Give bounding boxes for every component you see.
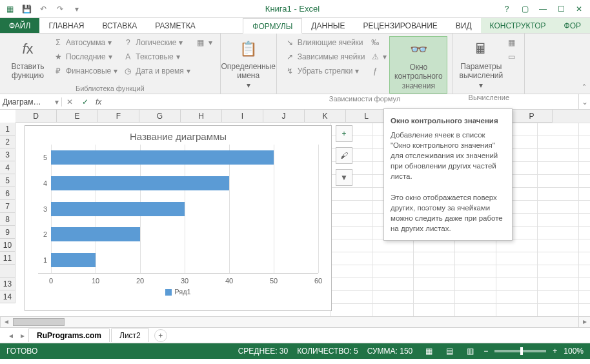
col-header[interactable]: P bbox=[511, 110, 553, 123]
remove-arrows-button[interactable]: ↯Убрать стрелки ▾ bbox=[282, 65, 368, 77]
save-icon[interactable]: 💾 bbox=[19, 2, 34, 16]
group-label: Зависимости формул bbox=[282, 94, 448, 104]
trace-dependents-button[interactable]: ↗Зависимые ячейки bbox=[282, 50, 368, 63]
qat-dropdown-icon[interactable]: ▾ bbox=[70, 2, 84, 16]
row-header[interactable]: 8 bbox=[0, 213, 15, 226]
row-header[interactable]: 9 bbox=[0, 226, 15, 239]
text-button[interactable]: AТекстовые ▾ bbox=[120, 50, 192, 63]
calc-now-button[interactable]: ▦ bbox=[504, 36, 519, 49]
horizontal-scrollbar[interactable]: ◂ ▸ bbox=[0, 316, 590, 328]
row-header[interactable]: 2 bbox=[0, 136, 15, 148]
tab-pagelayout[interactable]: РАЗМЕТКА СТРАНИЦЫ bbox=[146, 18, 243, 33]
chart-elements-button[interactable]: + bbox=[336, 125, 352, 142]
chart-bar[interactable] bbox=[51, 176, 229, 190]
row-header[interactable]: 3 bbox=[0, 148, 15, 161]
sheet-tabs: ◂ ▸ RuPrograms.com Лист2 + bbox=[0, 328, 590, 343]
logical-button[interactable]: ?Логические ▾ bbox=[120, 36, 192, 49]
tab-data[interactable]: ДАННЫЕ bbox=[302, 18, 354, 33]
row-header[interactable]: 4 bbox=[0, 161, 15, 174]
ribbon-options-icon[interactable]: ▢ bbox=[516, 2, 533, 16]
autosum-button[interactable]: ΣАвтосумма ▾ bbox=[50, 36, 120, 49]
calc-sheet-button[interactable]: ▭ bbox=[504, 50, 519, 63]
help-icon[interactable]: ? bbox=[498, 2, 515, 16]
cancel-icon[interactable]: ✕ bbox=[62, 97, 77, 106]
zoom-level[interactable]: 100% bbox=[564, 347, 584, 356]
chart-styles-button[interactable]: 🖌 bbox=[336, 147, 352, 164]
excel-icon[interactable]: ▦ bbox=[3, 2, 17, 16]
sheet-tab-1[interactable]: RuPrograms.com bbox=[28, 329, 110, 342]
tab-formulas[interactable]: ФОРМУЛЫ bbox=[243, 18, 302, 34]
tab-format[interactable]: ФОР bbox=[555, 18, 590, 33]
col-header[interactable]: I bbox=[222, 110, 263, 123]
recent-button[interactable]: ★Последние ▾ bbox=[50, 50, 120, 63]
tab-review[interactable]: РЕЦЕНЗИРОВАНИЕ bbox=[354, 18, 446, 33]
col-header[interactable]: H bbox=[181, 110, 222, 123]
undo-icon[interactable]: ↶ bbox=[36, 2, 50, 16]
defined-names-button[interactable]: 📋 Определенные имена ▾ bbox=[226, 36, 271, 92]
normal-view-icon[interactable]: ▦ bbox=[422, 345, 436, 357]
sheet-nav-prev-icon[interactable]: ◂ bbox=[5, 331, 17, 340]
maximize-icon[interactable]: ☐ bbox=[553, 2, 569, 16]
show-formulas-button[interactable]: ‰ bbox=[367, 36, 389, 49]
tab-file[interactable]: ФАЙЛ bbox=[0, 18, 39, 33]
sheet-nav-next-icon[interactable]: ▸ bbox=[17, 331, 28, 340]
tab-design[interactable]: КОНСТРУКТОР bbox=[481, 18, 555, 33]
col-header[interactable]: K bbox=[305, 110, 346, 123]
row-header[interactable]: 7 bbox=[0, 200, 15, 213]
chart-bar[interactable] bbox=[51, 227, 140, 241]
row-header[interactable]: 11 bbox=[0, 252, 15, 265]
chart-bar[interactable] bbox=[51, 202, 185, 216]
fx-label[interactable]: fx bbox=[93, 97, 104, 106]
col-header[interactable]: D bbox=[15, 110, 57, 123]
more-functions-button[interactable]: ▦▾ bbox=[193, 36, 215, 49]
expand-formula-bar-icon[interactable]: ⌄ bbox=[578, 94, 590, 109]
scroll-left-icon[interactable]: ◂ bbox=[0, 317, 12, 327]
col-header[interactable]: G bbox=[139, 110, 181, 123]
page-break-icon[interactable]: ▥ bbox=[463, 345, 477, 357]
logical-icon: ? bbox=[123, 37, 133, 48]
calc-options-button[interactable]: 🖩 Параметры вычислений ▾ bbox=[458, 36, 504, 92]
row-header[interactable] bbox=[0, 265, 15, 278]
col-header[interactable]: E bbox=[57, 110, 98, 123]
y-tick-label: 3 bbox=[38, 205, 47, 213]
datetime-button[interactable]: ◷Дата и время ▾ bbox=[120, 65, 192, 77]
chart-bar[interactable] bbox=[51, 150, 274, 165]
chart-object[interactable]: Название диаграммы 0102030405060 54321 Р… bbox=[25, 125, 332, 311]
row-header[interactable]: 10 bbox=[0, 239, 15, 252]
row-header[interactable]: 14 bbox=[0, 290, 15, 303]
row-header[interactable]: 6 bbox=[0, 187, 15, 200]
tab-home[interactable]: ГЛАВНАЯ bbox=[39, 18, 93, 33]
page-layout-icon[interactable]: ▤ bbox=[442, 345, 456, 357]
chart-filters-button[interactable]: ▼ bbox=[336, 169, 352, 186]
sheet-tab-2[interactable]: Лист2 bbox=[111, 329, 149, 342]
new-sheet-button[interactable]: + bbox=[154, 329, 167, 342]
insert-function-button[interactable]: fx Вставить функцию bbox=[5, 36, 50, 83]
zoom-in-icon[interactable]: + bbox=[553, 347, 557, 356]
zoom-slider[interactable] bbox=[494, 350, 546, 352]
watch-window-button[interactable]: 👓 Окно контрольного значения bbox=[389, 36, 447, 94]
chart-title[interactable]: Название диаграммы bbox=[25, 126, 331, 145]
row-header[interactable]: 1 bbox=[0, 123, 15, 136]
collapse-ribbon-icon[interactable]: ˄ bbox=[582, 83, 586, 92]
col-header[interactable]: J bbox=[263, 110, 305, 123]
error-check-button[interactable]: ⚠▾ bbox=[367, 50, 389, 63]
col-header[interactable]: F bbox=[98, 110, 139, 123]
row-header[interactable]: 13 bbox=[0, 278, 15, 290]
chart-legend[interactable]: Ряд1 bbox=[25, 274, 331, 299]
enter-icon[interactable]: ✓ bbox=[77, 97, 93, 106]
financial-button[interactable]: ₽Финансовые ▾ bbox=[50, 65, 120, 77]
trace-precedents-button[interactable]: ↘Влияющие ячейки bbox=[282, 36, 368, 49]
row-header[interactable]: 5 bbox=[0, 174, 15, 187]
col-header[interactable]: L bbox=[346, 110, 387, 123]
chart-bar[interactable] bbox=[51, 253, 96, 267]
minimize-icon[interactable]: — bbox=[534, 2, 551, 16]
zoom-out-icon[interactable]: − bbox=[483, 347, 488, 356]
redo-icon[interactable]: ↷ bbox=[53, 2, 67, 16]
tab-view[interactable]: ВИД bbox=[447, 18, 481, 33]
scroll-right-icon[interactable]: ▸ bbox=[578, 317, 590, 327]
close-icon[interactable]: ✕ bbox=[571, 2, 587, 16]
evaluate-button[interactable]: ƒ bbox=[367, 65, 389, 77]
scroll-thumb[interactable] bbox=[13, 318, 65, 326]
tab-insert[interactable]: ВСТАВКА bbox=[93, 18, 146, 33]
name-box[interactable]: Диаграм…▾ bbox=[0, 97, 62, 106]
